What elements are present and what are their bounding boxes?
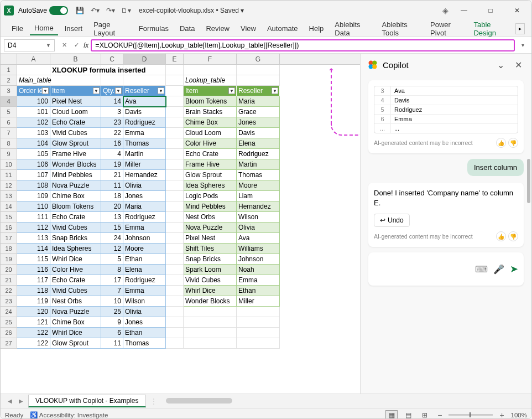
cell-lookup-item[interactable]: Frame Hive	[184, 159, 237, 170]
row-header[interactable]: 14	[1, 201, 17, 212]
cell-orderid[interactable]: 103	[17, 128, 50, 138]
cell-qty[interactable]: 19	[101, 159, 123, 170]
row-header[interactable]: 8	[1, 138, 17, 149]
cell-item[interactable]: Glow Sprout	[50, 338, 101, 349]
cell-orderid[interactable]: 117	[17, 275, 50, 286]
cell-reseller[interactable]: Hernandez	[123, 170, 166, 180]
row-header[interactable]: 9	[1, 149, 17, 159]
thumbs-up-icon[interactable]: 👍	[496, 231, 506, 241]
thumbs-up-icon[interactable]: 👍	[496, 138, 506, 148]
cell-qty[interactable]: 15	[101, 223, 123, 233]
cell-qty[interactable]: 14	[101, 96, 123, 107]
sheet-tab-active[interactable]: VLOOKUP with Copilot - Examples	[28, 395, 146, 407]
row-header[interactable]: 21	[1, 275, 17, 286]
cell-item[interactable]: Echo Crate	[50, 275, 101, 286]
cell-item[interactable]: Mind Pebbles	[50, 170, 101, 180]
cell-orderid[interactable]: 119	[17, 296, 50, 307]
zoom-in-button[interactable]: +	[497, 411, 506, 420]
cell-item[interactable]: Chime Box	[50, 317, 101, 328]
row-header[interactable]: 26	[1, 328, 17, 338]
row-header[interactable]: 7	[1, 128, 17, 138]
thumbs-down-icon[interactable]: 👎	[508, 138, 518, 148]
undo-button[interactable]: ↩ Undo	[374, 214, 410, 227]
row-header[interactable]: 13	[1, 191, 17, 201]
cell-lookup-item[interactable]: Shift Tiles	[184, 244, 237, 254]
cell-reseller[interactable]: Ethan	[123, 328, 166, 338]
cell-orderid[interactable]: 104	[17, 138, 50, 149]
cell-item[interactable]: Nest Orbs	[50, 296, 101, 307]
cell-orderid[interactable]: 114	[17, 244, 50, 254]
tab-ablebits-tools[interactable]: Ablebits Tools	[378, 18, 424, 39]
cell-item[interactable]: Frame Hive	[50, 149, 101, 159]
cell-lookup-item[interactable]: Bloom Tokens	[184, 96, 237, 107]
cell-reseller[interactable]: Olivia	[123, 307, 166, 317]
premium-icon[interactable]: ◈	[442, 6, 448, 15]
cell-qty[interactable]: 22	[101, 128, 123, 138]
cell-item[interactable]: Cloud Loom	[50, 107, 101, 117]
row-header[interactable]: 18	[1, 244, 17, 254]
col-header-b[interactable]: B	[50, 54, 101, 64]
cancel-formula-icon[interactable]: ✕	[59, 40, 69, 50]
tab-scroll-button[interactable]: ▸	[515, 23, 525, 34]
cell-reseller[interactable]: Rodriguez	[123, 212, 166, 223]
cell-orderid[interactable]: 100	[17, 96, 50, 107]
cell-reseller[interactable]: Emma	[123, 128, 166, 138]
cell-lookup-item[interactable]: Snap Bricks	[184, 254, 237, 265]
row-header[interactable]: 20	[1, 265, 17, 275]
cell-qty[interactable]: 9	[101, 317, 123, 328]
cell-item[interactable]: Vivid Cubes	[50, 223, 101, 233]
cell-reseller[interactable]: Jones	[123, 191, 166, 201]
cell-lookup-item[interactable]: Logic Pods	[184, 191, 237, 201]
cell-lookup-reseller[interactable]: Martin	[237, 159, 280, 170]
page-layout-view-icon[interactable]: ▤	[402, 410, 414, 420]
cell-item[interactable]: Snap Bricks	[50, 233, 101, 244]
page-break-view-icon[interactable]: ⊞	[419, 410, 431, 420]
cell-reseller[interactable]: Maria	[123, 201, 166, 212]
expand-formula-icon[interactable]: ▾	[517, 42, 528, 48]
main-header-qty[interactable]: Qty.▼	[101, 86, 123, 96]
col-header-e[interactable]: E	[166, 54, 184, 64]
thumbs-down-icon[interactable]: 👎	[508, 231, 518, 241]
autosave-toggle[interactable]: AutoSave	[18, 6, 68, 15]
cell-item[interactable]: Wonder Blocks	[50, 159, 101, 170]
accessibility-status[interactable]: ♿ Accessibility: Investigate	[30, 411, 108, 419]
cell-lookup-item[interactable]: Mind Pebbles	[184, 201, 237, 212]
cell-reseller[interactable]: Emma	[123, 286, 166, 296]
cell-item[interactable]: Echo Crate	[50, 212, 101, 223]
cell-item[interactable]: Vivid Cubes	[50, 128, 101, 138]
cell-reseller[interactable]: Thomas	[123, 338, 166, 349]
cell-qty[interactable]: 17	[101, 275, 123, 286]
cell-lookup-reseller[interactable]: Jones	[237, 117, 280, 128]
cell-lookup-reseller[interactable]: Maria	[237, 96, 280, 107]
formula-input[interactable]: =XLOOKUP([@Item],Lookup_table[Item],Look…	[91, 39, 515, 51]
cell-reseller[interactable]: Jones	[123, 317, 166, 328]
cell-lookup-reseller[interactable]: Moore	[237, 180, 280, 191]
cell-qty[interactable]: 21	[101, 170, 123, 180]
row-header[interactable]: 25	[1, 317, 17, 328]
cell-lookup-reseller[interactable]: Rodriguez	[237, 149, 280, 159]
cell-lookup-reseller[interactable]: Ethan	[237, 286, 280, 296]
close-button[interactable]: ✕	[506, 3, 528, 18]
name-box[interactable]: D4 ▼	[4, 39, 55, 51]
cell-orderid[interactable]: 111	[17, 212, 50, 223]
sheet-title[interactable]: XLOOKUP formula inserted	[50, 65, 101, 75]
new-file-icon[interactable]: 🗋▾	[120, 4, 132, 17]
row-header[interactable]: 4	[1, 96, 17, 107]
cell-reseller[interactable]: Miller	[123, 159, 166, 170]
tab-help[interactable]: Help	[305, 22, 328, 35]
cell-lookup-reseller[interactable]: Thomas	[237, 170, 280, 180]
tab-view[interactable]: View	[236, 22, 260, 35]
fx-icon[interactable]: fx	[84, 42, 88, 49]
cell-qty[interactable]: 18	[101, 191, 123, 201]
cell-qty[interactable]: 3	[101, 107, 123, 117]
cell-qty[interactable]: 20	[101, 201, 123, 212]
cell-orderid[interactable]: 101	[17, 107, 50, 117]
row-header[interactable]: 19	[1, 254, 17, 265]
tab-ablebits-data[interactable]: Ablebits Data	[330, 18, 375, 39]
cell-lookup-reseller[interactable]: Grace	[237, 107, 280, 117]
cell-lookup-reseller[interactable]: Davis	[237, 128, 280, 138]
cell-lookup-item[interactable]: Brain Stacks	[184, 107, 237, 117]
cell-qty[interactable]: 13	[101, 212, 123, 223]
tab-insert[interactable]: Insert	[60, 22, 87, 35]
col-header-a[interactable]: A	[17, 54, 50, 64]
